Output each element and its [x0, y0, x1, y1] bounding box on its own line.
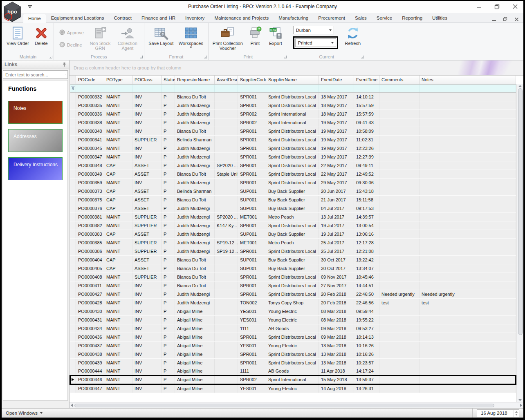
po-row[interactable]: PO0000332MAINTINVPBianca Du ToitSPR001Sp…	[70, 92, 516, 101]
po-row[interactable]: PO0000345MAINTINVPJudith MudzengiSPR001S…	[70, 144, 516, 152]
po-row[interactable]: PO0000438MAINTINVPAbigail MilneSPR001Spr…	[70, 350, 516, 358]
po-row[interactable]: PO0000335MAINTINVPJudith MudzengiSPR001S…	[70, 101, 516, 109]
po-row[interactable]: PO0000349CAPASSETPBianca Du ToitStaple U…	[70, 170, 516, 178]
date-spinner-arrows[interactable]	[514, 410, 519, 417]
tab-home[interactable]: Home	[23, 14, 46, 23]
filter-cell-comments[interactable]	[379, 84, 420, 92]
scroll-down-icon[interactable]	[518, 399, 522, 401]
scroll-left-icon[interactable]	[71, 404, 73, 407]
column-header-status[interactable]: Status	[162, 76, 175, 84]
print-dialog-launcher-icon[interactable]	[284, 56, 287, 58]
po-row[interactable]: PO0000383CAPASSETPJudith MudzengiSUP001B…	[70, 230, 516, 238]
child-restore-button[interactable]	[503, 16, 507, 23]
close-button[interactable]	[513, 4, 518, 9]
print-button[interactable]: ? Print	[245, 24, 265, 53]
vertical-scroll-thumb[interactable]	[518, 88, 523, 335]
po-row[interactable]: PO0000338MAINTINVPJudith MudzengiSPR002S…	[70, 118, 516, 127]
open-windows-button[interactable]: Open Windows	[6, 411, 43, 416]
minimize-button[interactable]	[476, 4, 481, 9]
filter-cell-time[interactable]	[354, 84, 379, 92]
filter-cell-status[interactable]	[162, 84, 175, 92]
report-date-spinner[interactable]: 16 Aug 2018	[477, 409, 519, 417]
child-close-button[interactable]	[515, 16, 518, 23]
tab-maintenance-and-projects[interactable]: Maintenance and Projects	[209, 14, 274, 22]
tab-procurement[interactable]: Procurement	[313, 14, 350, 22]
pin-icon[interactable]	[63, 62, 66, 67]
po-row[interactable]: PO0000381MAINTSUPPLIERPJudith MudzengiSP…	[70, 212, 516, 221]
refresh-button[interactable]: Refresh	[343, 24, 363, 53]
filter-cell-asset[interactable]	[215, 84, 238, 92]
filter-cell-code[interactable]	[76, 84, 104, 92]
print-collection-voucher-button[interactable]: Print Collection Voucher	[211, 24, 245, 53]
filter-cell-date[interactable]	[319, 84, 354, 92]
po-row[interactable]: PO0000386MAINTSUPPLIERPJudith MudzengiSP…	[70, 247, 516, 255]
po-row[interactable]: PO0000341MAINTSUPPLIERPBelinda SharmanSP…	[70, 135, 516, 144]
links-search-input[interactable]	[3, 72, 65, 77]
restore-button[interactable]	[494, 4, 500, 9]
save-layout-button[interactable]: Save Layout	[147, 24, 175, 53]
po-row[interactable]: PO0000411MAINTINVPBianca Du ToitSPR001Sp…	[70, 281, 516, 290]
filter-cell-type[interactable]	[104, 84, 132, 92]
scroll-up-icon[interactable]	[518, 85, 522, 87]
tab-manufacturing[interactable]: Manufacturing	[274, 14, 313, 22]
tab-inventory[interactable]: Inventory	[180, 14, 209, 22]
po-row[interactable]: PO0000437MAINTINVPAbigail MilneYES001You…	[70, 341, 516, 350]
tab-sales[interactable]: Sales	[350, 14, 372, 22]
format-dialog-launcher-icon[interactable]	[204, 56, 207, 58]
po-row[interactable]: PO0000431MAINTINVPAbigail MilneYES001You…	[70, 315, 516, 324]
export-button[interactable]: XLSX Export	[266, 24, 285, 53]
current-dialog-launcher-icon[interactable]	[361, 56, 364, 58]
column-header-type[interactable]: POType	[104, 76, 132, 84]
column-header-date[interactable]: EventDate	[319, 76, 354, 84]
scroll-right-icon[interactable]	[520, 404, 522, 407]
branch-dropdown[interactable]: Durban	[293, 26, 334, 34]
tab-finance-and-hr[interactable]: Finance and HR	[137, 14, 180, 22]
tab-utilities[interactable]: Utilities	[427, 14, 452, 22]
maintain-dialog-launcher-icon[interactable]	[49, 56, 52, 58]
po-row[interactable]: PO0000408MAINTSUPPLIERPBianca Du ToitSPR…	[70, 273, 516, 281]
po-row[interactable]: PO0000444MAINTINVPAbigail Milne1111AB Go…	[70, 367, 516, 375]
vertical-scrollbar[interactable]	[516, 84, 523, 402]
po-row-selected[interactable]: PO0000446MAINTINVPAbigail MilneSPR002Spr…	[70, 375, 516, 384]
tab-contract[interactable]: Contract	[109, 14, 136, 22]
branch-dropdown-arrow-icon[interactable]	[327, 26, 334, 34]
filter-cell-pclass[interactable]	[132, 84, 162, 92]
po-row[interactable]: PO0000336MAINTINVPJudith MudzengiSPR002S…	[70, 109, 516, 118]
column-header-notes[interactable]: Notes	[420, 76, 516, 84]
tab-reporting[interactable]: Reporting	[397, 14, 427, 22]
po-row[interactable]: PO0000404CAPASSETPBianca Du ToitSUP001Bu…	[70, 255, 516, 264]
function-delivery-instructions[interactable]: Delivery Instructions	[8, 157, 63, 180]
horizontal-scrollbar[interactable]	[70, 402, 523, 408]
po-row[interactable]: PO0000447MAINTINVPAbigail MilneYES001You…	[70, 384, 516, 393]
column-header-time[interactable]: EventTime	[354, 76, 379, 84]
filter-cell-requestor[interactable]	[175, 84, 215, 92]
status-filter-dropdown[interactable]: Printed	[295, 38, 336, 47]
po-row[interactable]: PO0000348CAPASSETPJudith MudzengiSP2020 …	[70, 161, 516, 170]
column-header-pclass[interactable]: POClass	[132, 76, 162, 84]
filter-cell-notes[interactable]	[420, 84, 516, 92]
process-dialog-launcher-icon[interactable]	[140, 56, 143, 58]
function-addresses[interactable]: Addresses	[8, 129, 63, 152]
po-row[interactable]: PO0000434MAINTINVPAbigail Milne1111AB Go…	[70, 324, 516, 333]
po-row[interactable]: PO0000439MAINTINVPAbigail MilneSPR001Spr…	[70, 358, 516, 367]
column-header-requestor[interactable]: RequestorName	[175, 76, 215, 84]
tab-equipment-and-locations[interactable]: Equipment and Locations	[46, 14, 109, 22]
group-by-bar[interactable]: Drag a column header here to group by th…	[70, 60, 523, 76]
filter-cell-scode[interactable]	[238, 84, 266, 92]
column-header-scode[interactable]: SupplierCode	[238, 76, 266, 84]
po-row[interactable]: PO0000373CAPASSETPBelinda SharmanSUP001B…	[70, 187, 516, 195]
delete-button[interactable]: Delete	[31, 24, 51, 53]
po-row[interactable]: PO0000427MAINTINVPJudith MudzengiSPR001S…	[70, 290, 516, 298]
column-header-code[interactable]: POCode	[76, 76, 104, 84]
function-notes[interactable]: Notes	[8, 101, 63, 124]
po-row[interactable]: PO0000347MAINTINVPJudith MudzengiSPR001S…	[70, 152, 516, 161]
view-order-button[interactable]: View Order	[5, 24, 31, 53]
po-row[interactable]: PO0000405CAPASSETPBianca Du ToitSUP001Bu…	[70, 264, 516, 273]
po-row[interactable]: PO0000382MAINTSUPPLIERPJudith MudzengiK1…	[70, 221, 516, 230]
filter-cell-sname[interactable]	[266, 84, 319, 92]
workspaces-button[interactable]: Workspaces	[176, 24, 206, 53]
po-row[interactable]: PO0000375CAPASSETPBianca Du ToitSUP001Bu…	[70, 195, 516, 204]
po-row[interactable]: PO0000359MAINTINVPJudith MudzengiSPR001S…	[70, 178, 516, 187]
po-row[interactable]: PO0000436MAINTINVPAbigail MilneSPR001Spr…	[70, 333, 516, 341]
column-header-asset[interactable]: AssetDesc	[215, 76, 238, 84]
